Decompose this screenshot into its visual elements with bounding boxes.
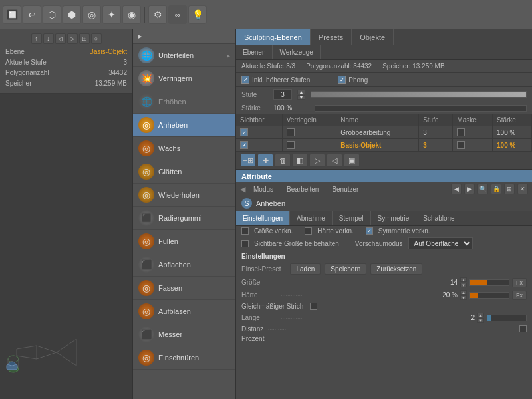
row2-sichtbar[interactable]: ✓ [236,139,282,152]
stufe-input[interactable] [273,89,292,100]
tool-einschnueren[interactable]: ◎ Einschnüren [133,346,235,370]
tool-erhoehen[interactable]: 🌐 Erhöhen [133,90,235,114]
mode-icon-search[interactable]: 🔍 [477,184,488,194]
mode-btn-benutzer[interactable]: Benutzer [327,184,364,194]
staerke-bar[interactable] [315,105,527,112]
tool-fuellen[interactable]: ◎ Füllen [133,230,235,253]
tool-icon-6[interactable]: ✦ [102,5,121,24]
brush-tab-schablone[interactable]: Schablone [416,211,462,225]
tool-icon-3[interactable]: ⬡ [43,5,61,24]
table-row[interactable]: ✓ Basis-Objekt 3 100 % [236,139,532,152]
laden-button[interactable]: Laden [290,263,321,275]
laenge-arrow-up[interactable]: ▲ [477,313,484,317]
row1-maske[interactable] [453,126,493,139]
phong-checkbox[interactable]: ✓ [338,76,346,84]
tool-icon-9[interactable]: ∞ [168,5,187,24]
haerte-fx-button[interactable]: Fx [512,291,527,300]
view-ctrl-up[interactable]: ↑ [31,33,42,44]
brush-tab-abnahme[interactable]: Abnahme [290,211,332,225]
tool-icon-7[interactable]: ◉ [122,5,141,24]
tool-aufblasen[interactable]: ◎ Aufblasen [133,300,235,323]
sichtbare-groesse-checkbox[interactable] [241,240,249,247]
tool-verringern[interactable]: 💥 Verringern [133,67,235,90]
inkl-hoehere-checkbox[interactable]: ✓ [241,76,249,84]
tab-objekte[interactable]: Objekte [352,29,394,45]
tool-icon-5[interactable]: ◎ [82,5,101,24]
gleichm-checkbox[interactable] [310,303,317,310]
haerte-verkn-checkbox[interactable] [305,227,312,235]
haerte-arrow-up[interactable]: ▲ [460,290,467,295]
brush-tab-stempel[interactable]: Stempel [332,211,371,225]
sculpt-tab-werkzeuge[interactable]: Werkzeuge [273,45,320,59]
row1-sichtbar[interactable]: ✓ [236,126,282,139]
tool-unterteilen[interactable]: 🌐 Unterteilen ▸ [133,44,235,67]
haerte-arrow-down[interactable]: ▼ [460,295,467,300]
viewport[interactable] [0,94,132,399]
groesse-arrow-down[interactable]: ▼ [460,283,467,287]
inkl-hoehere-item[interactable]: ✓ Inkl. höherer Stufen [241,76,310,84]
row2-verriegeln[interactable] [282,139,336,152]
tool-anheben[interactable]: ◎ Anheben [133,114,235,137]
brush-tab-einstellungen[interactable]: Einstellungen [236,211,290,225]
tool-icon-8[interactable]: ⚙ [148,5,167,24]
tool-abflachen[interactable]: ⬛ Abflachen [133,253,235,277]
mode-icon-close[interactable]: ✕ [517,184,528,194]
brush-tab-symmetrie[interactable]: Symmetrie [371,211,417,225]
row1-maske-check[interactable] [457,128,465,136]
mode-icon-lock[interactable]: 🔒 [491,184,501,194]
symmetrie-verkn-checkbox[interactable]: ✓ [366,227,373,235]
view-ctrl-right[interactable]: ▷ [67,33,78,44]
groesse-verkn-checkbox[interactable] [241,227,249,235]
tab-sculpting-ebenen[interactable]: Sculpting-Ebenen [236,29,311,45]
layer-btn-new-plus[interactable]: +⊞ [240,154,256,167]
layer-btn-add[interactable]: ✚ [257,154,273,167]
mode-btn-modus[interactable]: Modus [248,184,279,194]
stufe-arrow-up[interactable]: ▲ [297,90,305,94]
mode-icon-prev[interactable]: ◀ [451,184,462,194]
groesse-fx-button[interactable]: Fx [512,278,527,287]
haerte-bar[interactable] [469,292,509,299]
tab-presets[interactable]: Presets [311,29,352,45]
stufe-bar[interactable] [311,91,527,98]
laenge-bar[interactable] [487,315,527,321]
tool-glaetten[interactable]: ◎ Glätten [133,160,235,184]
sculpt-tab-ebenen[interactable]: Ebenen [236,45,273,59]
phong-item[interactable]: ✓ Phong [338,76,368,84]
tool-icon-10[interactable]: 💡 [188,5,207,24]
tool-icon-2[interactable]: ↩ [23,5,41,24]
stufe-arrow-down[interactable]: ▼ [297,95,305,100]
tool-messer[interactable]: ⬛ Messer [133,323,235,346]
mode-icon-next[interactable]: ▶ [464,184,475,194]
table-row[interactable]: ✓ Grobbearbeitung 3 100 % [236,126,532,139]
view-ctrl-circle[interactable]: ○ [91,33,102,44]
mode-icon-grid[interactable]: ⊞ [504,184,515,194]
layer-btn-right[interactable]: ▷ [309,154,325,167]
row2-sichtbar-check[interactable]: ✓ [240,141,248,149]
vorschaumodus-select[interactable]: Auf Oberfläche [408,237,473,249]
distanz-checkbox[interactable] [519,325,527,332]
speichern-button[interactable]: Speichern [325,263,366,275]
view-ctrl-down[interactable]: ↓ [43,33,54,44]
row1-verriegeln[interactable] [282,126,336,139]
layer-btn-layer[interactable]: ▣ [344,154,360,167]
zuruecksetzen-button[interactable]: Zurücksetzen [370,263,422,275]
row1-sichtbar-check[interactable]: ✓ [240,128,248,136]
groesse-bar[interactable] [469,279,509,286]
layer-btn-copy[interactable]: ◧ [292,154,308,167]
tool-icon-4[interactable]: ⬢ [63,5,81,24]
row2-maske[interactable] [453,139,493,152]
groesse-arrow-up[interactable]: ▲ [460,277,467,282]
tool-wiederholen[interactable]: ◎ Wiederholen [133,184,235,207]
tool-fassen[interactable]: ◎ Fassen [133,277,235,300]
row2-maske-check[interactable] [457,141,465,149]
row2-verriegeln-check[interactable] [287,141,295,149]
tool-icon-1[interactable]: 🔲 [3,5,21,24]
tool-wachs[interactable]: ◎ Wachs [133,137,235,160]
view-ctrl-left[interactable]: ◁ [55,33,66,44]
mode-btn-bearbeiten[interactable]: Bearbeiten [281,184,324,194]
layer-btn-left[interactable]: ◁ [327,154,342,167]
view-ctrl-grid[interactable]: ⊞ [79,33,90,44]
laenge-arrow-down[interactable]: ▼ [477,318,484,323]
tool-radiergummi[interactable]: ⬛ Radiergummi [133,207,235,230]
layer-btn-delete[interactable]: 🗑 [275,154,291,167]
